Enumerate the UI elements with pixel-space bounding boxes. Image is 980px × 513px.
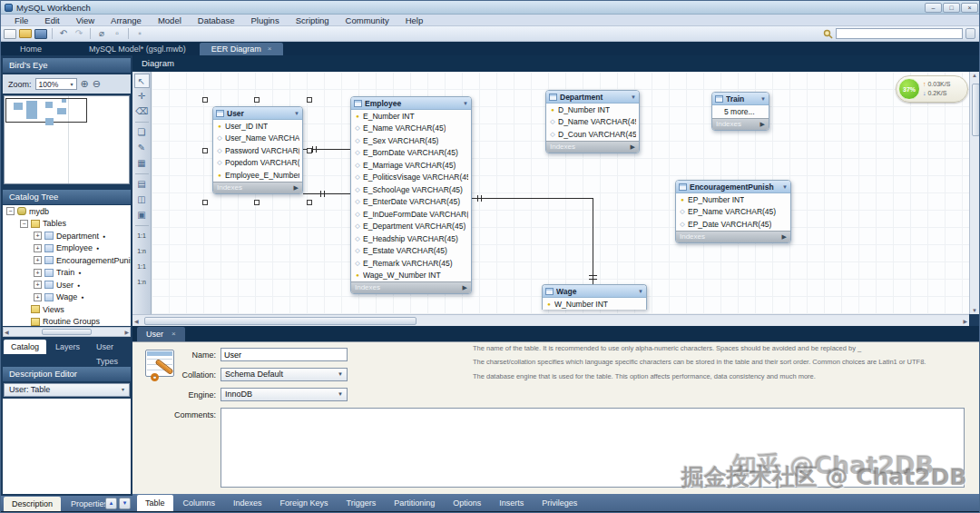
zoom-select[interactable]: 100%▾ [35, 78, 77, 90]
redo-icon[interactable]: ↷ [73, 28, 85, 40]
vertical-scrollbar-thumb[interactable] [972, 84, 980, 136]
nav-up-icon[interactable]: ▲ [105, 498, 117, 509]
description-editor-body[interactable] [3, 399, 131, 494]
zoom-out-icon[interactable]: ⊖ [93, 78, 101, 90]
indexes-footer[interactable]: Indexes▶ [676, 231, 790, 242]
eer-diagram-canvas[interactable]: 37% ↑ 0.03K/S ↓ 0.2K/S User▼●User_ID INT… [152, 72, 969, 314]
table-node-employee[interactable]: Employee▼●E_Number INT◇E_Name VARCHAR(45… [350, 96, 472, 294]
routine-group-tool[interactable]: ▣ [134, 208, 150, 222]
indexes-footer[interactable]: Indexes▶ [351, 281, 471, 293]
tree-scrollbar-thumb[interactable] [42, 329, 92, 335]
collapse-icon[interactable]: − [6, 207, 15, 215]
tab-columns[interactable]: Columns [175, 495, 224, 511]
tree-scrollbar[interactable]: ◀▶ [3, 327, 131, 337]
zoom-in-icon[interactable]: ⊕ [81, 78, 89, 90]
save-model-icon[interactable] [34, 29, 47, 39]
collapse-arrow-icon[interactable]: ▼ [294, 111, 299, 116]
table-node-train[interactable]: Train▼5 more...Indexes▶ [711, 92, 769, 131]
rel-1-1-tool[interactable]: 1:1 [134, 229, 150, 243]
canvas-vertical-scrollbar[interactable]: ▲ ▼ [969, 72, 980, 314]
maximize-button[interactable]: □ [943, 3, 960, 13]
collapse-arrow-icon[interactable]: ▼ [463, 101, 468, 106]
tab-indexes[interactable]: Indexes [225, 495, 270, 511]
selection-handle[interactable] [307, 148, 312, 153]
tab-user-types[interactable]: User Types [89, 340, 132, 354]
menu-item-help[interactable]: Help [397, 15, 432, 26]
engine-select[interactable]: InnoDB▼ [220, 388, 348, 401]
menu-item-arrange[interactable]: Arrange [103, 15, 150, 26]
tab-table[interactable]: Table [137, 495, 173, 511]
extra-tool-icon[interactable]: ▪ [133, 28, 146, 40]
tree-node-routine-groups[interactable]: Routine Groups [3, 316, 131, 327]
tab-partitioning[interactable]: Partitioning [386, 495, 443, 511]
view-tool[interactable]: ◫ [134, 192, 150, 207]
open-model-icon[interactable] [19, 29, 32, 38]
nav-down-icon[interactable]: ▼ [119, 498, 131, 509]
rel-1-n-tool[interactable]: 1:n [134, 244, 150, 259]
minimize-button[interactable]: – [925, 3, 942, 13]
indexes-footer[interactable]: Indexes▶ [712, 118, 769, 130]
hand-tool[interactable]: ✛ [134, 89, 150, 104]
close-tab-icon[interactable]: × [268, 43, 272, 55]
selection-handle[interactable] [254, 97, 260, 103]
tree-node-employee[interactable]: +Employee● [3, 242, 131, 255]
image-tool[interactable]: ▦ [134, 156, 150, 171]
expand-icon[interactable]: + [34, 281, 42, 289]
tree-node-wage[interactable]: +Wage● [3, 291, 131, 304]
expand-icon[interactable]: + [34, 244, 42, 252]
collapse-icon[interactable]: − [20, 220, 28, 228]
table-name-input[interactable] [220, 348, 348, 361]
table-node-department[interactable]: Department▼●D_Number INT◇D_Name VARCHAR(… [545, 90, 640, 153]
canvas-horizontal-scrollbar[interactable]: ◀ ▶ [132, 314, 969, 326]
indexes-footer[interactable]: Indexes▶ [213, 182, 302, 193]
table-node-encouragementpunish[interactable]: EncouragementPunish▼●EP_Number INT◇EP_Na… [675, 180, 791, 243]
tab-triggers[interactable]: Triggers [338, 495, 385, 511]
tree-node-tables[interactable]: −Tables [3, 218, 131, 231]
menu-item-database[interactable]: Database [190, 15, 243, 26]
tab-description[interactable]: Description [4, 497, 61, 511]
expand-icon[interactable]: + [34, 256, 42, 264]
tree-node-department[interactable]: +Department● [3, 230, 131, 242]
menu-item-file[interactable]: File [6, 15, 36, 26]
tree-node-train[interactable]: +Train● [3, 267, 131, 280]
table-node-user[interactable]: User▼●User_ID INT◇User_Name VARCHAR(45)◇… [212, 106, 303, 194]
horizontal-scrollbar-thumb[interactable] [144, 317, 416, 325]
tab-inserts[interactable]: Inserts [491, 495, 532, 511]
selection-handle[interactable] [202, 200, 208, 205]
collapse-arrow-icon[interactable]: ▼ [638, 289, 643, 294]
menu-item-view[interactable]: View [68, 15, 103, 26]
tree-node-user[interactable]: +User● [3, 279, 131, 291]
tab-home[interactable]: Home [8, 43, 54, 55]
table-tool[interactable]: ▤ [134, 177, 150, 192]
menu-item-community[interactable]: Community [338, 15, 397, 26]
grid-icon[interactable]: ▫ [111, 28, 123, 40]
collapse-arrow-icon[interactable]: ▼ [782, 184, 788, 190]
comments-textarea[interactable] [220, 408, 965, 488]
search-go-button[interactable] [965, 28, 975, 39]
selection-handle[interactable] [307, 97, 312, 103]
close-button[interactable]: × [961, 3, 978, 13]
selection-handle[interactable] [307, 200, 312, 205]
collapse-arrow-icon[interactable]: ▼ [631, 94, 636, 100]
tab-options[interactable]: Options [445, 495, 489, 511]
menu-item-edit[interactable]: Edit [36, 15, 67, 26]
menu-item-plugins[interactable]: Plugins [242, 15, 287, 26]
tree-node-mydb[interactable]: −mydb [3, 205, 131, 218]
layer-tool[interactable]: ❏ [134, 125, 150, 140]
tab-catalog[interactable]: Catalog [4, 340, 46, 354]
expand-icon[interactable]: + [34, 232, 42, 240]
tab-layers[interactable]: Layers [48, 340, 87, 354]
description-object-select[interactable]: User: Table▾ [4, 383, 130, 397]
scroll-up-icon[interactable]: ▲ [972, 73, 977, 78]
pointer-tool[interactable]: ↖ [134, 74, 150, 88]
undo-icon[interactable]: ↶ [57, 28, 70, 40]
indexes-footer[interactable]: Indexes▶ [546, 141, 639, 153]
collation-select[interactable]: Schema Default▼ [220, 368, 348, 381]
menu-item-model[interactable]: Model [150, 15, 190, 26]
selection-handle[interactable] [254, 200, 260, 205]
selection-handle[interactable] [202, 148, 208, 153]
tab-foreign-keys[interactable]: Foreign Keys [272, 495, 337, 511]
selection-handle[interactable] [202, 97, 208, 103]
expand-icon[interactable]: + [34, 269, 42, 277]
text-tool[interactable]: ✎ [134, 141, 150, 155]
